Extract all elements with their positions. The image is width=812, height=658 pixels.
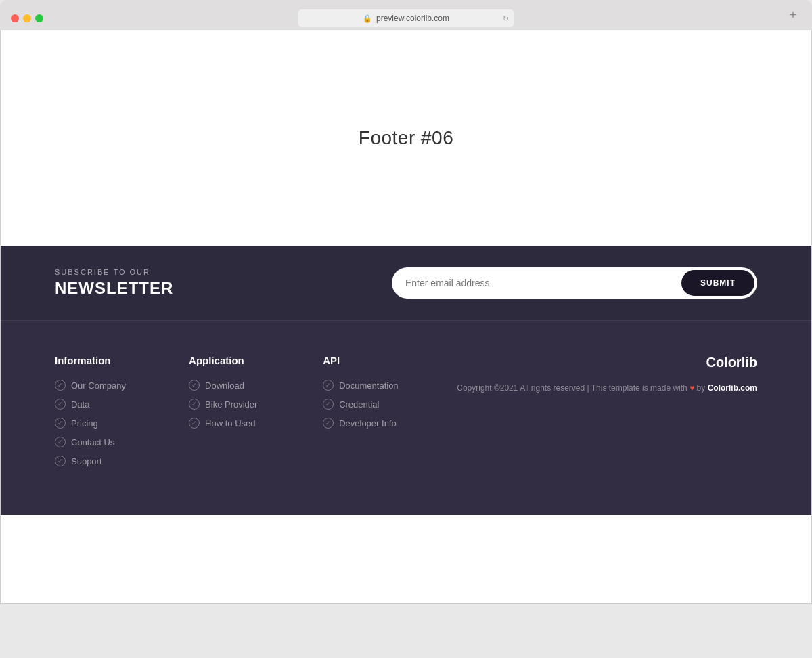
- submit-button[interactable]: SUBMIT: [681, 270, 754, 296]
- footer-link-data[interactable]: Data: [71, 399, 89, 410]
- check-icon: [55, 456, 66, 466]
- browser-chrome: 🔒 preview.colorlib.com ↻ +: [0, 0, 812, 30]
- newsletter-section: SUBSCRIBE TO OUR NEWSLETTER SUBMIT: [1, 246, 811, 321]
- footer-link-developer-info[interactable]: Developer Info: [339, 418, 397, 429]
- check-icon: [323, 418, 334, 429]
- check-icon: [55, 399, 66, 410]
- footer-heading-application: Application: [189, 355, 277, 366]
- address-bar: 🔒 preview.colorlib.com ↻: [298, 9, 514, 27]
- url-text: preview.colorlib.com: [376, 14, 449, 23]
- footer-link-download[interactable]: Download: [205, 380, 244, 391]
- check-icon: [323, 380, 334, 391]
- footer-link-pricing[interactable]: Pricing: [71, 418, 98, 429]
- page-white-section: Footer #06: [1, 30, 811, 246]
- check-icon: [189, 380, 200, 391]
- list-item: Data: [55, 399, 143, 410]
- list-item: Bike Provider: [189, 399, 277, 410]
- check-icon: [55, 437, 66, 447]
- list-item: Our Company: [55, 380, 143, 391]
- page-title: Footer #06: [359, 127, 453, 149]
- list-item: Developer Info: [323, 418, 411, 429]
- list-item: How to Used: [189, 418, 277, 429]
- newsletter-title: NEWSLETTER: [55, 279, 173, 298]
- newsletter-form: SUBMIT: [392, 267, 757, 299]
- copyright-main: Copyright ©2021 All rights reserved | Th…: [457, 383, 687, 393]
- check-icon: [189, 418, 200, 429]
- footer-heading-api: API: [323, 355, 411, 366]
- lock-icon: 🔒: [363, 14, 372, 23]
- browser-content: Footer #06 SUBSCRIBE TO OUR NEWSLETTER S…: [0, 30, 812, 604]
- footer-col-information: Information Our Company Data Pricing Con…: [55, 355, 143, 475]
- footer-col-application: Application Download Bike Provider How t…: [189, 355, 277, 475]
- brand-name: Colorlib: [457, 355, 757, 370]
- list-item: Documentation: [323, 380, 411, 391]
- check-icon: [55, 418, 66, 429]
- copyright-by: by: [697, 383, 706, 393]
- check-icon: [323, 399, 334, 410]
- new-tab-button[interactable]: +: [785, 7, 801, 23]
- footer-section: Information Our Company Data Pricing Con…: [1, 321, 811, 515]
- browser-dots: [11, 14, 43, 22]
- footer-heading-information: Information: [55, 355, 143, 366]
- refresh-icon[interactable]: ↻: [503, 14, 509, 23]
- footer-col-api: API Documentation Credential Developer I…: [323, 355, 411, 475]
- footer-col-brand: Colorlib Copyright ©2021 All rights rese…: [457, 355, 757, 475]
- newsletter-subtitle: SUBSCRIBE TO OUR: [55, 268, 173, 276]
- check-icon: [55, 380, 66, 391]
- list-item: Contact Us: [55, 437, 143, 447]
- heart-icon: ♥: [690, 383, 696, 393]
- newsletter-label: SUBSCRIBE TO OUR NEWSLETTER: [55, 268, 173, 298]
- check-icon: [189, 399, 200, 410]
- copyright-text: Copyright ©2021 All rights reserved | Th…: [457, 381, 757, 396]
- list-item: Download: [189, 380, 277, 391]
- dot-close[interactable]: [11, 14, 19, 22]
- colorlib-link[interactable]: Colorlib.com: [708, 383, 757, 393]
- list-item: Pricing: [55, 418, 143, 429]
- dot-maximize[interactable]: [35, 14, 43, 22]
- footer-link-support[interactable]: Support: [71, 456, 102, 466]
- list-item: Credential: [323, 399, 411, 410]
- email-input[interactable]: [405, 278, 681, 288]
- footer-link-bike-provider[interactable]: Bike Provider: [205, 399, 257, 410]
- footer-link-documentation[interactable]: Documentation: [339, 380, 398, 391]
- list-item: Support: [55, 456, 143, 466]
- footer-link-contact-us[interactable]: Contact Us: [71, 437, 114, 447]
- footer-link-credential[interactable]: Credential: [339, 399, 379, 410]
- footer-link-how-to-used[interactable]: How to Used: [205, 418, 255, 429]
- footer-link-our-company[interactable]: Our Company: [71, 380, 126, 391]
- bottom-strip: [1, 515, 811, 603]
- dot-minimize[interactable]: [23, 14, 31, 22]
